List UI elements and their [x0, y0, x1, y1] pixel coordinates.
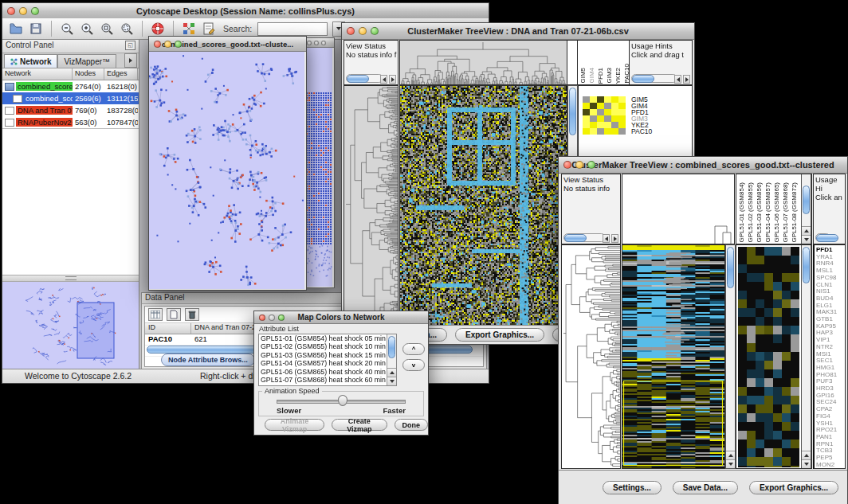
treeview1-titlebar[interactable]: ClusterMaker TreeView : DNA and Tran 07-… — [342, 23, 694, 40]
scroll-right-icon[interactable] — [611, 234, 618, 243]
dialog-button[interactable]: Animate Vizmap — [265, 419, 324, 431]
attribute-list-item[interactable]: GPL51-02 (GSM855) heat shock 10 min — [259, 342, 396, 350]
attribute-list-scrollbar[interactable] — [387, 334, 396, 385]
scroll-right-icon[interactable] — [683, 75, 690, 84]
new-attribute-icon[interactable] — [167, 308, 181, 321]
select-attributes-icon[interactable] — [148, 308, 163, 321]
scroll-left-icon[interactable] — [380, 75, 387, 84]
usage-hints-scrollbar[interactable] — [631, 74, 690, 83]
scroll-down-icon[interactable] — [802, 235, 811, 244]
scroll-down-icon[interactable] — [802, 459, 811, 468]
open-file-icon[interactable] — [9, 21, 23, 36]
global-heatmap-canvas[interactable] — [400, 86, 567, 325]
minimize-button[interactable] — [164, 41, 171, 48]
treeview-button[interactable]: Export Graphics... — [749, 481, 838, 494]
scrollbar-thumb[interactable] — [816, 234, 838, 242]
network-list-row[interactable]: combined_sco 2569(6) 13112(15) — [2, 92, 139, 104]
zoom-out-icon[interactable] — [60, 21, 74, 36]
column-label[interactable]: GIM4 — [588, 68, 595, 84]
network-list-row[interactable]: RNAPuberNov2+| 563(0) 107847(0) — [2, 116, 139, 128]
zoom-button[interactable] — [278, 315, 285, 321]
background-network-canvas[interactable] — [304, 48, 332, 287]
scrollbar-thumb[interactable] — [388, 336, 395, 358]
close-button[interactable] — [259, 315, 265, 321]
tab-network[interactable]: Network — [4, 54, 57, 68]
network-list-row[interactable]: combined_scores 2764(0) 16218(0) — [2, 80, 139, 92]
close-button[interactable] — [7, 7, 15, 15]
heatmap-vscrollbar[interactable] — [725, 244, 736, 469]
dialog-titlebar[interactable]: Map Colors to Network — [254, 311, 428, 324]
zoom-button[interactable] — [175, 41, 182, 48]
scroll-down-icon[interactable] — [387, 377, 396, 385]
scrollbar-thumb[interactable] — [803, 186, 810, 214]
help-lifebuoy-icon[interactable] — [151, 21, 165, 36]
column-label[interactable]: YKE2 — [614, 68, 622, 84]
zoom-button[interactable] — [587, 161, 595, 169]
network-list-row[interactable]: DNA and Tran 07 769(0) 183728(0) — [2, 104, 139, 116]
column-label[interactable]: GPL51-07 (GSM868) — [782, 182, 789, 243]
column-label[interactable]: GPL51-02 (GSM855) — [747, 182, 754, 243]
close-button[interactable] — [154, 41, 161, 48]
scroll-up-icon[interactable] — [802, 451, 811, 459]
tab-overflow-arrow[interactable] — [124, 53, 137, 68]
zoom-button[interactable] — [371, 27, 379, 35]
column-labels-scrollbar[interactable] — [801, 174, 811, 244]
network-view-canvas[interactable] — [149, 52, 304, 289]
treeview-button[interactable]: Save Data... — [673, 481, 738, 494]
gene-label[interactable]: MON2 — [815, 462, 845, 469]
treeview-button[interactable]: Settings... — [603, 481, 662, 494]
zoom-heatmap-canvas[interactable] — [738, 247, 799, 467]
attribute-list-item[interactable]: GPL51-04 (GSM857) heat shock 20 min — [259, 359, 396, 367]
node-attribute-browser-tab[interactable]: Node Attribute Brows... — [161, 354, 255, 366]
move-down-button[interactable]: v — [402, 359, 425, 371]
zoom-button[interactable] — [321, 41, 326, 45]
attribute-list-item[interactable]: GPL51-03 (GSM856) heat shock 15 min — [259, 351, 396, 359]
birdseye-canvas[interactable] — [2, 282, 138, 369]
view-status-scrollbar[interactable] — [346, 74, 396, 83]
scroll-up-icon[interactable] — [802, 226, 811, 235]
minimize-button[interactable] — [19, 7, 27, 15]
scrollbar-thumb[interactable] — [347, 75, 369, 83]
minimize-button[interactable] — [575, 161, 583, 169]
attribute-list-item[interactable]: GPL51-06 (GSM865) heat shock 40 min — [259, 368, 396, 376]
scroll-down-icon[interactable] — [726, 459, 735, 468]
zoom-view-scrollbar[interactable] — [801, 245, 811, 468]
scroll-left-icon[interactable] — [674, 75, 681, 84]
tab-vizmapper[interactable]: VizMapper™ — [57, 54, 116, 68]
treeview-button[interactable]: Export Graphics... — [455, 328, 544, 342]
row-dendrogram-canvas[interactable] — [344, 86, 398, 325]
float-panel-icon[interactable]: ◱ — [125, 41, 135, 50]
zoom-in-icon[interactable] — [80, 21, 94, 36]
attribute-list-item[interactable]: GPL51-07 (GSM868) heat shock 60 min — [259, 376, 396, 384]
scroll-right-icon[interactable] — [389, 75, 396, 84]
dialog-button[interactable]: Create Vizmap — [332, 419, 387, 431]
column-label[interactable]: PFD1 — [597, 68, 604, 84]
panel-splitter[interactable] — [2, 275, 139, 282]
move-up-button[interactable]: ^ — [402, 343, 425, 355]
column-label[interactable]: GPL51-08 (GSM872) — [791, 182, 798, 243]
zoom-button[interactable] — [31, 7, 39, 15]
row-label[interactable]: PAC10 — [631, 128, 652, 135]
treeview2-titlebar[interactable]: ClusterMaker TreeView : combined_scores_… — [559, 157, 847, 174]
column-label[interactable]: GPL51-01 (GSM854) — [738, 182, 745, 243]
minimize-button[interactable] — [269, 315, 275, 321]
vizmapper-nodes-icon[interactable] — [182, 21, 196, 36]
close-button[interactable] — [563, 161, 571, 169]
column-label[interactable]: GPL51-03 (GSM856) — [756, 182, 763, 243]
scroll-up-icon[interactable] — [387, 368, 396, 377]
column-label[interactable]: GIM5 — [579, 68, 587, 84]
speed-slider-thumb[interactable] — [338, 395, 347, 406]
zoom-heatmap-canvas[interactable] — [583, 96, 626, 135]
column-label[interactable]: GPL51-06 (GSM865) — [773, 182, 780, 243]
save-session-icon[interactable] — [29, 21, 43, 36]
scroll-up-icon[interactable] — [726, 451, 735, 459]
scrollbar-thumb[interactable] — [803, 247, 810, 283]
global-heatmap-canvas[interactable] — [622, 245, 724, 468]
minimize-button[interactable] — [359, 27, 367, 35]
column-label[interactable]: GIM3 — [606, 68, 613, 84]
close-button[interactable] — [307, 41, 312, 45]
annotation-icon[interactable] — [202, 21, 216, 36]
row-dendrogram-canvas[interactable] — [562, 245, 620, 468]
column-dendrogram-canvas[interactable] — [622, 174, 734, 244]
view-status-scrollbar[interactable] — [563, 233, 618, 242]
